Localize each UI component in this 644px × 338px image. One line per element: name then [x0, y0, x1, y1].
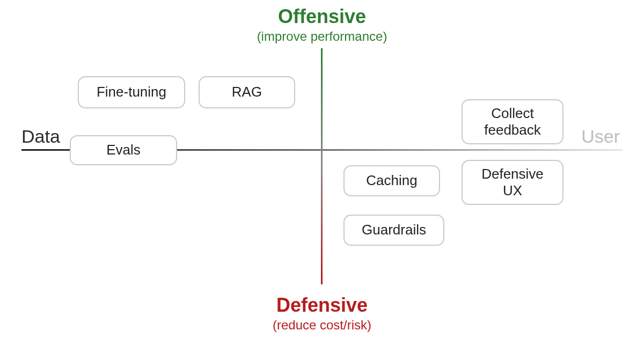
node-fine-tuning: Fine-tuning	[78, 76, 185, 108]
axis-top-title: Offensive	[0, 5, 644, 28]
node-guardrails: Guardrails	[343, 215, 444, 246]
axis-label-right: User	[581, 126, 620, 147]
node-rag: RAG	[199, 76, 295, 108]
axis-label-left: Data	[21, 126, 60, 147]
node-defensive-ux: DefensiveUX	[462, 160, 564, 205]
axis-top-subtitle: (improve performance)	[0, 29, 644, 44]
quadrant-diagram: Offensive (improve performance) Defensiv…	[0, 0, 644, 338]
axis-bottom-title: Defensive	[0, 294, 644, 317]
node-collect-feedback: Collectfeedback	[462, 99, 564, 144]
axis-label-bottom: Defensive (reduce cost/risk)	[0, 294, 644, 333]
node-evals: Evals	[70, 135, 177, 165]
vertical-axis	[321, 48, 323, 284]
axis-label-top: Offensive (improve performance)	[0, 5, 644, 44]
node-caching: Caching	[343, 165, 440, 196]
axis-bottom-subtitle: (reduce cost/risk)	[0, 318, 644, 333]
